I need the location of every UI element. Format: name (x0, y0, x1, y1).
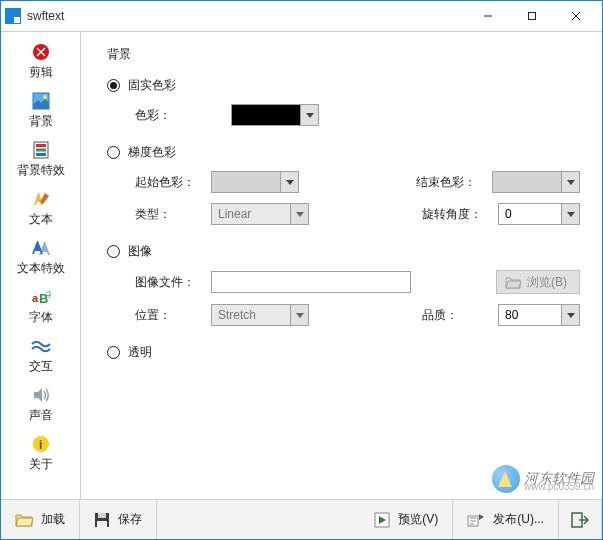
publish-button[interactable]: 发布(U)... (453, 500, 559, 539)
about-icon: i (31, 434, 51, 454)
image-file-label: 图像文件： (135, 274, 211, 291)
sidebar-item-textfx[interactable]: 文本特效 (1, 234, 80, 283)
image-file-input[interactable] (211, 271, 411, 293)
radio-image[interactable] (107, 245, 120, 258)
svg-rect-15 (97, 521, 107, 527)
svg-text:i: i (39, 438, 42, 452)
load-button[interactable]: 加载 (1, 500, 80, 539)
chevron-down-icon[interactable] (281, 171, 299, 193)
end-color-label: 结束色彩： (416, 174, 492, 191)
save-icon (94, 512, 110, 528)
sidebar-item-bgfx[interactable]: 背景特效 (1, 136, 80, 185)
folder-open-icon (505, 275, 521, 289)
publish-icon (467, 512, 485, 528)
sidebar-item-clip[interactable]: 剪辑 (1, 38, 80, 87)
quality-label: 品质： (422, 307, 498, 324)
sidebar-item-interact[interactable]: 交互 (1, 332, 80, 381)
svg-point-3 (43, 95, 47, 99)
svg-text:字: 字 (46, 291, 51, 298)
radio-solid-label[interactable]: 固实色彩 (128, 77, 176, 94)
svg-rect-0 (529, 13, 536, 20)
app-icon (5, 8, 21, 24)
svg-rect-14 (98, 513, 106, 518)
start-color-combo[interactable] (211, 171, 299, 193)
position-value: Stretch (211, 304, 291, 326)
svg-rect-7 (36, 153, 46, 156)
radio-transparent[interactable] (107, 346, 120, 359)
folder-open-icon (15, 512, 33, 528)
start-color-label: 起始色彩： (135, 174, 211, 191)
text-icon (31, 189, 51, 209)
chevron-down-icon[interactable] (562, 304, 580, 326)
footer-toolbar: 加载 保存 预览(V) 发布(U)... (1, 499, 602, 539)
chevron-down-icon[interactable] (291, 304, 309, 326)
title-bar: swftext (1, 1, 602, 31)
minimize-button[interactable] (466, 2, 510, 30)
background-icon (31, 91, 51, 111)
sidebar-item-about[interactable]: i 关于 (1, 430, 80, 479)
section-title: 背景 (107, 46, 580, 63)
grad-type-value: Linear (211, 203, 291, 225)
close-button[interactable] (554, 2, 598, 30)
position-label: 位置： (135, 307, 211, 324)
exit-icon (571, 512, 589, 528)
sidebar-item-sound[interactable]: 声音 (1, 381, 80, 430)
chevron-down-icon[interactable] (562, 171, 580, 193)
chevron-down-icon[interactable] (562, 203, 580, 225)
start-color-swatch[interactable] (211, 171, 281, 193)
angle-label: 旋转角度： (422, 206, 498, 223)
watermark: 河东软件园 www.pc0359.cn (492, 465, 594, 493)
save-button[interactable]: 保存 (80, 500, 157, 539)
interact-icon (31, 336, 51, 356)
sidebar-item-background[interactable]: 背景 (1, 87, 80, 136)
radio-solid[interactable] (107, 79, 120, 92)
grad-type-label: 类型： (135, 206, 211, 223)
svg-rect-6 (36, 149, 46, 152)
font-icon: aB字 (31, 287, 51, 307)
radio-image-label[interactable]: 图像 (128, 243, 152, 260)
sound-icon (31, 385, 51, 405)
preview-button[interactable]: 预览(V) (360, 500, 453, 539)
scissors-icon (31, 42, 51, 62)
quality-input[interactable] (498, 304, 562, 326)
exit-button[interactable] (559, 500, 602, 539)
sidebar: 剪辑 背景 背景特效 文本 文本特效 aB字 字体 (1, 32, 81, 499)
radio-transparent-label[interactable]: 透明 (128, 344, 152, 361)
preview-icon (374, 512, 390, 528)
chevron-down-icon[interactable] (291, 203, 309, 225)
radio-gradient[interactable] (107, 146, 120, 159)
textfx-icon (31, 238, 51, 258)
grad-type-combo[interactable]: Linear (211, 203, 309, 225)
svg-rect-5 (36, 144, 46, 147)
end-color-swatch[interactable] (492, 171, 562, 193)
main-panel: 背景 固实色彩 色彩： 梯度色彩 起始色彩： (81, 32, 602, 499)
window-title: swftext (27, 9, 64, 23)
solid-color-swatch[interactable] (231, 104, 301, 126)
solid-color-combo[interactable] (231, 104, 319, 126)
watermark-icon (492, 465, 520, 493)
end-color-combo[interactable] (492, 171, 580, 193)
solid-color-label: 色彩： (135, 107, 211, 124)
chevron-down-icon[interactable] (301, 104, 319, 126)
svg-text:a: a (32, 292, 39, 304)
bgfx-icon (31, 140, 51, 160)
browse-button[interactable]: 浏览(B) (496, 270, 580, 294)
maximize-button[interactable] (510, 2, 554, 30)
sidebar-item-text[interactable]: 文本 (1, 185, 80, 234)
position-combo[interactable]: Stretch (211, 304, 309, 326)
sidebar-item-font[interactable]: aB字 字体 (1, 283, 80, 332)
angle-input[interactable] (498, 203, 562, 225)
radio-gradient-label[interactable]: 梯度色彩 (128, 144, 176, 161)
quality-spinbox[interactable] (498, 304, 580, 326)
angle-spinbox[interactable] (498, 203, 580, 225)
